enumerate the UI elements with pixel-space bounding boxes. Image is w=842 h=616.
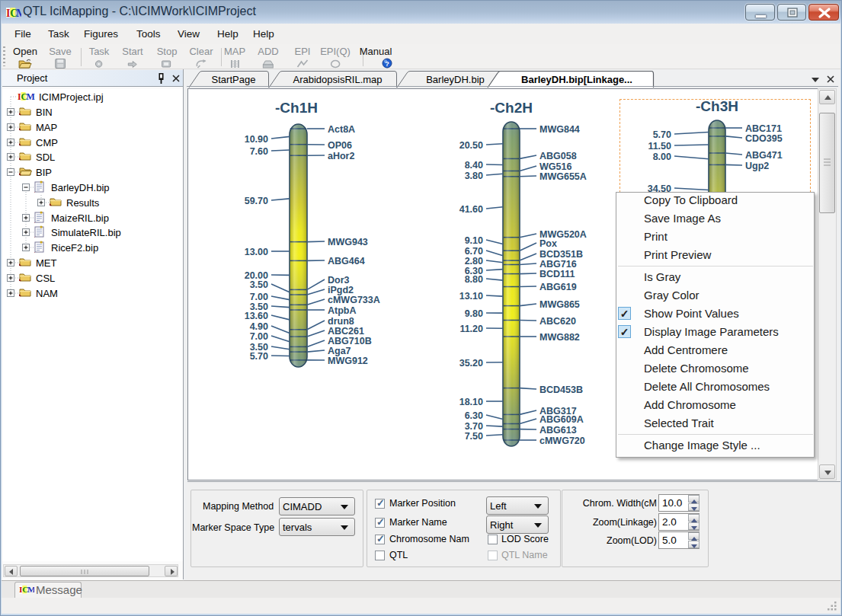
svg-text:MWG943: MWG943 — [328, 237, 368, 247]
svg-text:iPgd2: iPgd2 — [328, 285, 354, 295]
svg-text:cMWG733A: cMWG733A — [328, 295, 380, 305]
svg-text:M: M — [16, 8, 21, 18]
svg-text:Results: Results — [66, 197, 100, 209]
svg-text:aHor2: aHor2 — [328, 151, 354, 161]
svg-text:9.10: 9.10 — [465, 235, 483, 246]
svg-text:7.60: 7.60 — [250, 146, 268, 157]
svg-text:Pox: Pox — [539, 238, 557, 249]
svg-text:MWG844: MWG844 — [539, 124, 580, 135]
svg-text:ICIMProject.ipj: ICIMProject.ipj — [39, 91, 104, 103]
svg-text:ABG710B: ABG710B — [328, 336, 372, 346]
svg-text:35.20: 35.20 — [459, 358, 483, 369]
svg-text:NAM: NAM — [36, 288, 58, 299]
svg-text:MWG882: MWG882 — [539, 332, 580, 343]
svg-text:BCD111: BCD111 — [539, 269, 575, 279]
svg-text:9.80: 9.80 — [465, 308, 483, 319]
svg-text:ABG613: ABG613 — [539, 425, 577, 436]
svg-text:5.70: 5.70 — [250, 351, 268, 362]
svg-text:SimulateRIL.bip: SimulateRIL.bip — [51, 227, 121, 238]
svg-text:Aga7: Aga7 — [328, 346, 351, 356]
svg-text:3.80: 3.80 — [465, 171, 483, 181]
svg-text:MAP: MAP — [36, 122, 57, 133]
svg-text:ABC261: ABC261 — [328, 326, 364, 337]
svg-text:StartPage: StartPage — [212, 74, 256, 85]
svg-text:OP06: OP06 — [328, 140, 352, 151]
svg-text:Act8A: Act8A — [328, 124, 355, 135]
svg-text:WG516: WG516 — [539, 161, 571, 172]
svg-text:BIN: BIN — [36, 107, 53, 118]
svg-text:8.40: 8.40 — [465, 160, 483, 171]
svg-text:Dor3: Dor3 — [328, 275, 350, 286]
svg-text:M: M — [27, 585, 34, 594]
svg-text:7.00: 7.00 — [250, 331, 268, 342]
svg-text:MaizeRIL.bip: MaizeRIL.bip — [51, 212, 109, 224]
svg-text:ABG716: ABG716 — [539, 259, 577, 270]
svg-text:ABG619: ABG619 — [539, 282, 577, 292]
svg-text:ABC620: ABC620 — [539, 316, 576, 327]
svg-text:BarleyDH.bip[Linkage...: BarleyDH.bip[Linkage... — [521, 74, 632, 85]
svg-text:7.50: 7.50 — [465, 431, 483, 442]
svg-text:SDL: SDL — [36, 152, 55, 163]
svg-text:3.50: 3.50 — [250, 279, 268, 290]
svg-text:BarleyDH.bip: BarleyDH.bip — [426, 74, 485, 85]
svg-text:41.60: 41.60 — [459, 204, 483, 215]
svg-text:6.70: 6.70 — [465, 246, 483, 257]
svg-text:6.30: 6.30 — [465, 410, 483, 421]
svg-text:MET: MET — [36, 257, 57, 269]
svg-text:RiceF2.bip: RiceF2.bip — [51, 242, 98, 254]
svg-text:M: M — [27, 91, 35, 102]
svg-text:BCD351B: BCD351B — [539, 249, 583, 260]
svg-text:drun8: drun8 — [328, 316, 354, 327]
svg-text:AtpbA: AtpbA — [328, 305, 357, 316]
svg-text:13.60: 13.60 — [245, 311, 268, 321]
svg-text:4.90: 4.90 — [250, 321, 268, 332]
svg-text:59.70: 59.70 — [245, 196, 268, 206]
svg-text:-Ch1H: -Ch1H — [275, 100, 318, 116]
svg-text:-Ch2H: -Ch2H — [490, 100, 533, 116]
svg-text:2.80: 2.80 — [465, 256, 483, 267]
svg-text:BCD453B: BCD453B — [539, 385, 583, 395]
svg-text:8.80: 8.80 — [465, 274, 483, 285]
svg-text:?: ? — [385, 60, 389, 68]
svg-text:MWG655A: MWG655A — [539, 171, 587, 182]
svg-text:ABG464: ABG464 — [328, 256, 365, 267]
svg-text:13.00: 13.00 — [245, 247, 268, 257]
svg-text:MWG865: MWG865 — [539, 299, 580, 310]
svg-text:11.20: 11.20 — [459, 324, 483, 334]
svg-text:cMWG720: cMWG720 — [539, 436, 585, 446]
svg-text:ArabidopsisRIL.map: ArabidopsisRIL.map — [293, 74, 382, 85]
svg-text:3.70: 3.70 — [465, 421, 483, 432]
svg-text:10.90: 10.90 — [245, 134, 268, 145]
svg-text:MWG912: MWG912 — [328, 356, 368, 366]
svg-text:BIP: BIP — [36, 167, 52, 178]
svg-text:ABG609A: ABG609A — [539, 414, 584, 425]
svg-text:7.00: 7.00 — [250, 292, 268, 302]
svg-text:CMP: CMP — [36, 137, 58, 148]
svg-text:ABG058: ABG058 — [539, 151, 577, 161]
svg-text:BarleyDH.bip: BarleyDH.bip — [51, 182, 110, 193]
svg-text:20.50: 20.50 — [459, 140, 483, 151]
svg-text:13.10: 13.10 — [459, 291, 483, 302]
svg-text:CSL: CSL — [36, 273, 55, 284]
svg-text:18.10: 18.10 — [459, 397, 483, 407]
